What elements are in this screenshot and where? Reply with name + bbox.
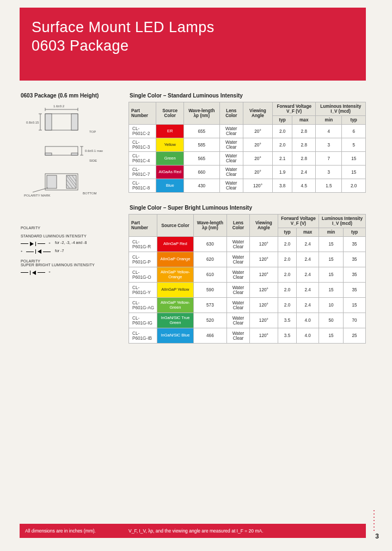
cell-angle: 120° — [249, 283, 278, 298]
cell-source-color: InGaN/SiC Blue — [157, 328, 193, 344]
cell-iv-min: 15 — [319, 252, 344, 267]
cell-angle: 20° — [243, 152, 272, 166]
cell-source-color: AlGaAs Red — [156, 166, 183, 179]
cell-wavelength: 430 — [183, 179, 219, 193]
cell-angle: 120° — [249, 252, 278, 267]
table-row: CL-P601C-7AlGaAs Red660Water Clear20°1.9… — [129, 166, 366, 179]
cell-source-color: InGaN/SiC True Green — [157, 313, 193, 328]
cell-part: CL-P601G-Y — [129, 283, 157, 298]
cell-iv-typ: 6 — [342, 125, 366, 138]
cell-lens: Water Clear — [219, 179, 243, 193]
side-label: SIDE — [89, 159, 97, 162]
cell-angle: 20° — [243, 138, 272, 152]
cell-wavelength: 565 — [183, 152, 219, 166]
cell-vf-typ: 2.0 — [278, 237, 296, 252]
cell-vf-max: 2.8 — [292, 152, 316, 166]
cell-lens: Water Clear — [227, 298, 250, 313]
svg-rect-1 — [45, 114, 52, 130]
cell-angle: 120° — [249, 237, 278, 252]
cell-part: CL-P601C-8 — [129, 179, 156, 193]
cell-iv-typ: 15 — [342, 152, 366, 166]
footer-bar: All dimensions are in inches (mm). V_F, … — [20, 524, 366, 538]
cell-wavelength: 630 — [193, 237, 227, 252]
cell-angle: 20° — [243, 166, 272, 179]
cell-iv-typ: 15 — [342, 166, 366, 179]
cell-vf-max: 2.4 — [297, 267, 319, 283]
cell-vf-typ: 3.8 — [273, 179, 292, 193]
cell-vf-typ: 2.0 — [278, 283, 296, 298]
cell-vf-typ: 2.0 — [273, 125, 292, 138]
cell-iv-min: 50 — [319, 313, 344, 328]
polarity-std-label: STANDARD LUMINOUS INTENSITY — [21, 234, 119, 238]
table-row: CL-P601C-4Green565Water Clear20°2.12.871… — [129, 152, 366, 166]
cell-vf-max: 2.8 — [292, 138, 316, 152]
cell-part: CL-P601G-P — [129, 252, 157, 267]
polarity-heading: POLARITY — [21, 226, 119, 230]
std-intensity-table: Part Number Source Color Wave-length λp … — [128, 102, 366, 193]
cell-vf-max: 2.4 — [292, 166, 316, 179]
cell-vf-max: 4.0 — [297, 328, 319, 344]
table-row: CL-P601C-2ER655Water Clear20°2.02.846 — [129, 125, 366, 138]
cell-source-color: ER — [156, 125, 183, 138]
footnote-1: All dimensions are in inches (mm). — [25, 528, 128, 534]
col-iv-typ: typ — [342, 116, 366, 125]
right-column: Single Color – Standard Luminous Intensi… — [128, 93, 366, 344]
dim-h: 0.6±0.1 max — [85, 149, 103, 152]
std-table-title: Single Color – Standard Luminous Intensi… — [130, 93, 366, 99]
cell-vf-typ: 2.0 — [278, 252, 296, 267]
cell-vf-max: 2.4 — [297, 298, 319, 313]
cell-vf-max: 2.4 — [297, 237, 319, 252]
page-title: Surface Mount LED Lamps 0603 Package — [32, 19, 354, 56]
cell-vf-typ: 2.0 — [278, 298, 296, 313]
cell-angle: 120° — [249, 313, 278, 328]
top-label: TOP — [89, 130, 96, 133]
table-row: CL-P601G-OAlInGaP Yellow-Orange610Water … — [129, 267, 366, 283]
package-diagram: 1.6±0.2 0.8±0.15 TOP 0.6±0.1 max SIDE PO… — [21, 103, 113, 217]
cell-lens: Water Clear — [227, 313, 250, 328]
cell-lens: Water Clear — [227, 252, 250, 267]
cell-iv-typ: 35 — [344, 237, 366, 252]
table-row: CL-P601C-3Yellow585Water Clear20°2.02.83… — [129, 138, 366, 152]
cell-iv-typ: 35 — [344, 283, 366, 298]
left-column: 0603 Package (0.6 mm Height) 1.6±0.2 0.8… — [21, 93, 119, 277]
cell-part: CL-P601C-3 — [129, 138, 156, 152]
cell-lens: Water Clear — [227, 267, 250, 283]
diode-symbol-3: + — [21, 269, 119, 275]
page-number: 3 — [375, 532, 379, 540]
cell-lens: Water Clear — [219, 166, 243, 179]
cell-iv-typ: 5 — [342, 138, 366, 152]
cell-angle: 120° — [243, 179, 272, 193]
cell-lens: Water Clear — [219, 125, 243, 138]
cell-lens: Water Clear — [227, 328, 250, 344]
cell-iv-min: 15 — [319, 237, 344, 252]
cell-part: CL-P601G-IG — [129, 313, 157, 328]
cell-vf-max: 2.4 — [297, 252, 319, 267]
cell-vf-typ: 2.0 — [273, 138, 292, 152]
bottom-label: BOTTOM — [83, 192, 97, 195]
cell-iv-min: 4 — [316, 125, 342, 138]
cell-wavelength: 585 — [183, 138, 219, 152]
cell-source-color: AlInGaP Red — [157, 237, 193, 252]
cell-vf-max: 4.5 — [292, 179, 316, 193]
cell-vf-typ: 1.9 — [273, 166, 292, 179]
cell-iv-min: 3 — [316, 166, 342, 179]
polarity-section: POLARITY STANDARD LUMINOUS INTENSITY + f… — [21, 226, 119, 275]
diode-symbol-1: + for -2, -3, -4 and -8 — [21, 240, 119, 246]
dim-y: 0.8±0.15 — [26, 121, 39, 124]
sb-table-title: Single Color – Super Bright Luminous Int… — [130, 205, 366, 211]
cell-part: CL-P601G-R — [129, 237, 157, 252]
cell-vf-typ: 3.5 — [278, 328, 296, 344]
cell-iv-typ: 70 — [344, 313, 366, 328]
title-banner: Surface Mount LED Lamps 0603 Package — [20, 8, 366, 81]
col-iv-min: min — [316, 116, 342, 125]
table-row: CL-P601G-IBInGaN/SiC Blue466Water Clear1… — [129, 328, 366, 344]
cell-iv-min: 1.5 — [316, 179, 342, 193]
cell-lens: Water Clear — [227, 237, 250, 252]
cell-wavelength: 573 — [193, 298, 227, 313]
cell-lens: Water Clear — [227, 283, 250, 298]
cell-vf-typ: 2.1 — [273, 152, 292, 166]
cell-wavelength: 655 — [183, 125, 219, 138]
cell-part: CL-P601G-IB — [129, 328, 157, 344]
svg-rect-10 — [45, 153, 52, 155]
cell-iv-typ: 15 — [344, 298, 366, 313]
